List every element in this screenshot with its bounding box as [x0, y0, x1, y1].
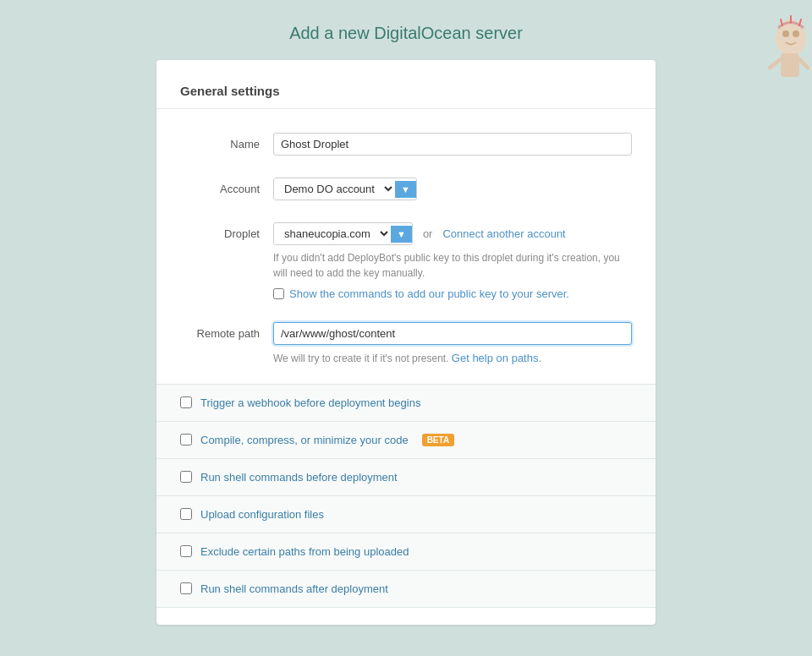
- checkbox-upload-config[interactable]: [180, 508, 192, 520]
- droplet-select-arrow[interactable]: ▼: [391, 226, 412, 243]
- remote-path-field-wrap: We will try to create it if it's not pre…: [273, 322, 632, 367]
- droplet-select-group: shaneucopia.com ▼: [273, 222, 413, 245]
- section-title: General settings: [156, 84, 656, 109]
- droplet-label: Droplet: [180, 222, 273, 240]
- account-row: Account Demo DO account ▼: [156, 171, 656, 207]
- checkbox-exclude-paths[interactable]: [180, 545, 192, 557]
- expandable-item-webhook-before[interactable]: Trigger a webhook before deployment begi…: [156, 384, 656, 421]
- account-label: Account: [180, 178, 273, 195]
- remote-path-input[interactable]: [273, 322, 632, 345]
- checkbox-shell-after[interactable]: [180, 582, 192, 594]
- name-row: Name: [156, 126, 656, 162]
- expandable-item-exclude-paths[interactable]: Exclude certain paths from being uploade…: [156, 533, 656, 570]
- name-input[interactable]: [273, 133, 632, 156]
- show-commands-link[interactable]: Show the commands to add our public key …: [289, 287, 569, 300]
- droplet-field-wrap: shaneucopia.com ▼ or Connect another acc…: [273, 222, 632, 300]
- droplet-help-text: If you didn't add DeployBot's public key…: [273, 250, 632, 281]
- main-card: General settings Name Account Demo DO ac…: [156, 60, 656, 625]
- svg-rect-1: [781, 53, 799, 77]
- label-exclude-paths: Exclude certain paths from being uploade…: [200, 545, 409, 558]
- remote-path-help: We will try to create it if it's not pre…: [273, 350, 632, 367]
- droplet-or: or: [423, 227, 433, 240]
- checkbox-shell-before[interactable]: [180, 471, 192, 483]
- label-shell-before: Run shell commands before deployment: [200, 471, 398, 484]
- expandable-item-shell-before[interactable]: Run shell commands before deployment: [156, 458, 656, 495]
- account-select-group: Demo DO account ▼: [273, 178, 417, 200]
- expandable-item-shell-after[interactable]: Run shell commands after deployment: [156, 570, 656, 608]
- expandable-sections: Trigger a webhook before deployment begi…: [156, 384, 656, 608]
- droplet-select[interactable]: shaneucopia.com: [274, 223, 391, 244]
- label-webhook-before: Trigger a webhook before deployment begi…: [200, 396, 420, 409]
- account-select-arrow[interactable]: ▼: [395, 181, 416, 198]
- page-title: Add a new DigitalOcean server: [289, 0, 523, 60]
- robot-decoration: [757, 13, 812, 93]
- remote-path-row: Remote path We will try to create it if …: [156, 315, 656, 374]
- svg-point-3: [793, 30, 799, 37]
- public-key-checkbox[interactable]: [273, 288, 284, 299]
- account-select[interactable]: Demo DO account: [274, 178, 395, 200]
- svg-line-4: [770, 59, 781, 68]
- name-field-wrap: [273, 133, 632, 156]
- label-compile-compress: Compile, compress, or minimize your code: [200, 434, 409, 446]
- expandable-item-upload-config[interactable]: Upload configuration files: [156, 495, 656, 533]
- remote-path-label: Remote path: [180, 322, 273, 340]
- connect-another-link[interactable]: Connect another account: [442, 227, 565, 240]
- expandable-item-compile-compress[interactable]: Compile, compress, or minimize your code…: [156, 421, 656, 458]
- account-field-wrap: Demo DO account ▼: [273, 178, 632, 200]
- label-shell-after: Run shell commands after deployment: [200, 582, 388, 595]
- svg-point-2: [782, 30, 789, 37]
- checkbox-webhook-before[interactable]: [180, 396, 192, 408]
- svg-line-5: [799, 59, 808, 68]
- droplet-row: Droplet shaneucopia.com ▼ or Connect ano…: [156, 216, 656, 307]
- get-help-paths-link[interactable]: Get help on paths.: [452, 352, 541, 364]
- beta-badge: Beta: [422, 434, 454, 446]
- label-upload-config: Upload configuration files: [200, 508, 324, 521]
- checkbox-compile-compress[interactable]: [180, 434, 192, 446]
- name-label: Name: [180, 133, 273, 150]
- public-key-row: Show the commands to add our public key …: [273, 287, 632, 300]
